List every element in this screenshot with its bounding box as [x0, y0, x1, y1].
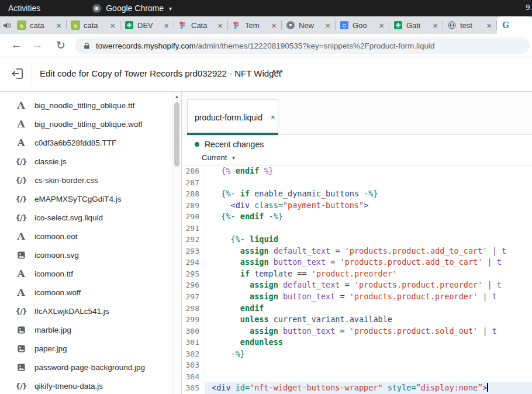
app-menu-label: Google Chrome [106, 4, 164, 13]
file-tab-product-form[interactable]: product-form.liquid × [187, 99, 278, 135]
sidebar-file-item[interactable]: {/}ico-select.svg.liquid [0, 208, 181, 227]
code-text[interactable]: {%- endif -%} [205, 211, 532, 223]
code-line[interactable]: 295 if template == 'product.preorder' [182, 268, 532, 280]
code-line[interactable]: 292 {%- liquid [182, 234, 532, 246]
code-text[interactable]: assign button_text = 'products.product.a… [205, 257, 532, 268]
forward-button[interactable]: → [30, 39, 44, 51]
code-token: 'product.preorder' [312, 269, 397, 278]
code-text[interactable]: unless current_variant.available [205, 314, 532, 326]
browser-tab[interactable]: G [497, 16, 532, 34]
back-button[interactable]: ← [9, 39, 23, 51]
browser-tab[interactable]: GGoo× [336, 16, 389, 34]
code-text[interactable]: <div id="nft-widget-buttons-wrapper" sty… [205, 382, 532, 394]
sidebar-file-item[interactable]: paper.jpg [0, 339, 181, 358]
code-token: class= [254, 201, 283, 210]
tab-close-icon[interactable]: × [432, 21, 438, 30]
browser-tab[interactable]: New× [282, 16, 335, 34]
code-token: ”display:none” [416, 383, 483, 392]
code-line[interactable]: 296 assign default_text = 'products.prod… [182, 279, 532, 291]
code-line[interactable]: 302 -%} [182, 348, 532, 360]
code-text[interactable] [205, 177, 532, 189]
sidebar-file-item[interactable]: password-page-background.jpg [0, 358, 181, 376]
code-text[interactable]: endif [205, 303, 532, 314]
code-text[interactable]: endunless [205, 337, 532, 348]
version-dropdown[interactable]: Current ▾ [202, 153, 235, 162]
code-text[interactable]: {% endif %} [205, 165, 532, 177]
sidebar-file-item[interactable]: {/}lfcAXLwjkDALc541.js [0, 302, 181, 320]
tab-audio-speaker-icon[interactable] [0, 21, 13, 30]
code-line[interactable]: 298 endif [182, 303, 532, 314]
address-bar[interactable]: towerrecords.myshopify.com/admin/themes/… [75, 37, 530, 54]
code-text[interactable]: assign default_text = 'products.product.… [205, 246, 532, 257]
code-line[interactable]: 300 assign button_text = 'products.produ… [182, 326, 532, 337]
tab-close-icon[interactable]: × [378, 21, 385, 30]
code-text[interactable]: if template == 'product.preorder' [205, 268, 532, 280]
code-line[interactable]: 286 {% endif %} [182, 165, 532, 177]
code-text[interactable] [205, 360, 532, 371]
line-number: 305 [182, 382, 205, 394]
tab-close-icon[interactable]: × [486, 21, 492, 30]
code-text[interactable]: assign button_text = 'products.product.p… [205, 291, 532, 303]
tab-close-icon[interactable]: × [271, 21, 277, 30]
code-line[interactable]: 291 [182, 223, 532, 234]
sidebar-file-item[interactable]: marble.jpg [0, 320, 181, 339]
list-item-clipped[interactable] [0, 92, 181, 96]
scrollbar-thumb[interactable] [174, 102, 179, 167]
sidebar-file-item[interactable]: icomoon.svg [0, 246, 181, 264]
activities-button[interactable]: Activities [8, 4, 40, 13]
code-text[interactable]: {%- liquid [205, 234, 532, 246]
code-editor[interactable]: 286 {% endif %}287288 {%- if enable_dyna… [182, 165, 532, 394]
code-text[interactable] [205, 223, 532, 234]
browser-tab[interactable]: test× [443, 16, 496, 34]
system-clock[interactable]: 9 A [526, 3, 532, 12]
code-line[interactable]: 304 [182, 371, 532, 383]
tab-close-icon[interactable]: × [217, 21, 223, 30]
code-line[interactable]: 287 [182, 177, 532, 189]
tab-close-icon[interactable]: × [56, 21, 62, 30]
code-line[interactable]: 305<div id="nft-widget-buttons-wrapper" … [182, 382, 532, 394]
sidebar-file-item[interactable]: Abig_noodle_titling_oblique.woff [0, 115, 181, 133]
code-text[interactable]: {%- if enable_dynamic_buttons -%} [205, 188, 532, 200]
line-number: 303 [182, 360, 205, 371]
sidebar-file-item[interactable]: Aicomoon.woff [0, 283, 181, 302]
browser-tab[interactable]: DEV× [120, 16, 174, 34]
sidebar-file-item[interactable]: {/}cs-skin-border.css [0, 171, 181, 189]
sidebar-file-item[interactable]: {/}eMAPMXSyTCgGdiT4.js [0, 189, 181, 208]
browser-tab[interactable]: Tem× [228, 16, 281, 34]
browser-tab[interactable]: scata× [67, 16, 120, 34]
code-text[interactable]: <div class="payment-buttons"> [205, 200, 532, 212]
exit-code-editor-button[interactable] [9, 65, 26, 82]
code-line[interactable]: 290 {%- endif -%} [182, 211, 532, 223]
more-actions-button[interactable]: ••• [272, 66, 284, 76]
code-line[interactable]: 303 [182, 360, 532, 371]
code-line[interactable]: 293 assign default_text = 'products.prod… [182, 246, 532, 257]
app-menu[interactable]: Google Chrome ▾ [92, 4, 172, 13]
sidebar-file-item[interactable]: {/}classie.js [0, 152, 181, 171]
code-line[interactable]: 294 assign button_text = 'products.produ… [182, 257, 532, 268]
code-text[interactable]: assign default_text = 'products.product.… [205, 279, 532, 291]
code-line[interactable]: 301 endunless [182, 337, 532, 348]
sidebar-file-item[interactable]: Aicomoon.eot [0, 227, 181, 246]
reload-button[interactable]: ↻ [54, 39, 68, 52]
sidebar-scrollbar[interactable]: ▲ [172, 92, 181, 394]
browser-tab[interactable]: Cata× [174, 16, 227, 34]
code-text[interactable]: -%} [205, 348, 532, 360]
tab-close-icon[interactable]: × [109, 21, 116, 30]
code-text[interactable] [205, 371, 532, 383]
text-cursor [487, 383, 488, 392]
sidebar-file-item[interactable]: Ac0df3a6b528fdd85.TTF [0, 133, 181, 152]
tab-close-icon[interactable]: × [163, 21, 170, 30]
sidebar-file-item[interactable]: {/}qikify-tmenu-data.js [0, 376, 181, 394]
browser-tab[interactable]: scata× [13, 16, 66, 34]
code-line[interactable]: 297 assign button_text = 'products.produ… [182, 291, 532, 303]
file-tab-close-icon[interactable]: × [271, 113, 275, 122]
sidebar-file-item[interactable]: Abig_noodle_titling_oblique.ttf [0, 96, 181, 115]
code-text[interactable]: assign button_text = 'products.product.s… [205, 326, 532, 337]
scroll-up-arrow-icon[interactable]: ▲ [172, 92, 181, 99]
sidebar-file-item[interactable]: Aicomoon.ttf [0, 264, 181, 283]
code-line[interactable]: 288 {%- if enable_dynamic_buttons -%} [182, 188, 532, 200]
code-line[interactable]: 289 <div class="payment-buttons"> [182, 200, 532, 212]
tab-close-icon[interactable]: × [324, 21, 331, 30]
code-line[interactable]: 299 unless current_variant.available [182, 314, 532, 326]
browser-tab[interactable]: Gati× [389, 16, 443, 34]
